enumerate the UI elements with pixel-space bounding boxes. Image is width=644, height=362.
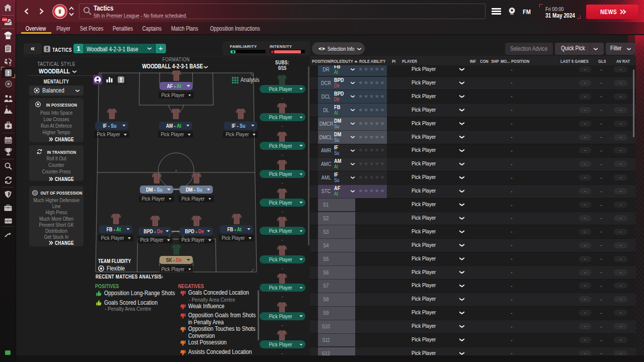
- svg-text:$: $: [8, 219, 10, 223]
- svg-text:11: 11: [7, 34, 10, 37]
